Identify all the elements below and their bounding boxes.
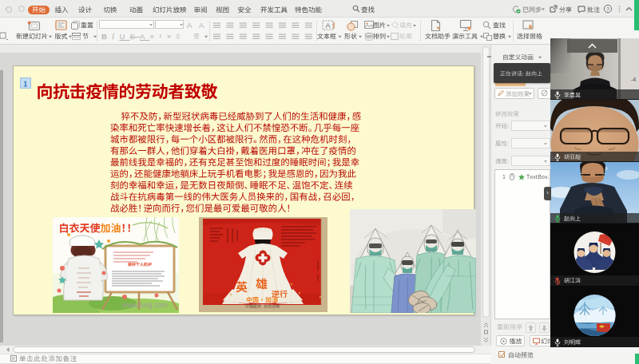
svg-text:A: A xyxy=(325,22,330,30)
